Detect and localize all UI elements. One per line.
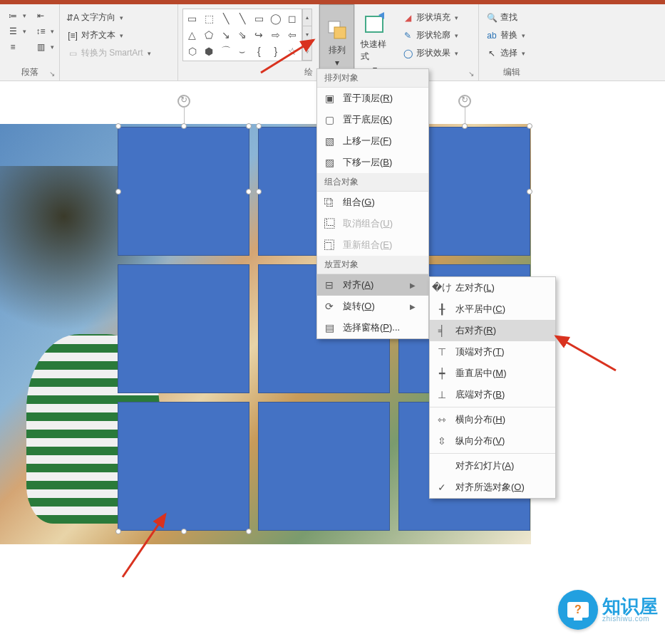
menu-item-align-to-slide[interactable]: 对齐幻灯片(A): [430, 455, 555, 477]
menu-item-align-middle-v[interactable]: ┿ 垂直居中(M): [430, 363, 555, 384]
menu-item-align[interactable]: ⊟ 对齐(A) ▶: [317, 274, 428, 296]
distribute-h-icon: ⇿: [435, 413, 448, 426]
align-left-icon: �け: [435, 281, 448, 294]
menu-item-group[interactable]: ⿻ 组合(G): [317, 192, 428, 213]
svg-rect-1: [334, 27, 346, 38]
select-icon: ↖: [486, 48, 498, 59]
align-bottom-icon: ⊥: [435, 388, 448, 401]
fill-icon: ◢: [402, 12, 413, 24]
menu-header-group-objects: 组合对象: [317, 173, 428, 192]
submenu-arrow-icon: ▶: [410, 303, 416, 311]
bring-front-icon: ▣: [323, 92, 336, 105]
shape-fill-button[interactable]: ◢ 形状填充▾: [399, 10, 461, 25]
group-label-editing: 编辑: [483, 65, 540, 80]
menu-item-align-selected-objects[interactable]: ✓ 对齐所选对象(O): [430, 477, 555, 498]
outline-icon: ✎: [402, 30, 413, 41]
selection-outline: [118, 125, 249, 532]
menu-item-align-top[interactable]: ⊤ 顶端对齐(T): [430, 341, 555, 363]
menu-separator: [430, 453, 555, 454]
justify-button[interactable]: ≡: [4, 40, 29, 54]
svg-rect-2: [366, 16, 383, 32]
text-direction-icon: ⇵A: [67, 12, 78, 24]
distribute-v-icon: ⇳: [435, 435, 448, 447]
menu-item-align-bottom[interactable]: ⊥ 底端对齐(B): [430, 384, 555, 405]
replace-button[interactable]: ab 替换▾: [483, 28, 528, 43]
select-button[interactable]: ↖ 选择▾: [483, 46, 528, 61]
menu-header-position-objects: 放置对象: [317, 256, 428, 274]
regroup-icon: ⿹: [323, 239, 336, 251]
shape-effects-button[interactable]: ◯ 形状效果▾: [399, 46, 461, 61]
columns-button[interactable]: ▥▾: [32, 40, 57, 54]
menu-item-distribute-h[interactable]: ⇿ 横向分布(H): [430, 409, 555, 430]
ribbon-group-text: ⇵A 文字方向▾ [≡] 对齐文本▾ ▭ 转换为 SmartArt▾: [60, 4, 178, 80]
logo-badge-icon: ?: [558, 590, 598, 630]
menu-item-bring-forward[interactable]: ▧ 上移一层(F): [317, 130, 428, 152]
paragraph-dialog-launcher[interactable]: ↘: [47, 68, 57, 78]
align-icon: ⊟: [323, 279, 336, 291]
indent-decrease-button[interactable]: ⇤: [32, 9, 57, 23]
numbering-button[interactable]: ☰▾: [4, 24, 29, 38]
menu-item-rotate[interactable]: ⟳ 旋转(O) ▶: [317, 296, 428, 317]
group-icon: ⿻: [323, 196, 336, 209]
menu-item-align-center-h[interactable]: ╂ 水平居中(C): [430, 298, 555, 320]
convert-smartart-button[interactable]: ▭ 转换为 SmartArt▾: [64, 46, 154, 61]
find-icon: 🔍: [486, 12, 498, 24]
shape-outline-button[interactable]: ✎ 形状轮廓▾: [399, 28, 461, 43]
shapes-gallery-scroll[interactable]: ▴▾▿: [302, 9, 312, 61]
align-right-icon: ╡: [435, 324, 448, 337]
align-middle-icon: ┿: [435, 367, 448, 380]
ribbon-group-shapes: ▭⬚╲╲▭◯◻ △⬠↘⇘↪⇨⇦ ⬡⬢⌒⌣{}☆ ▴▾▿ 绘: [178, 4, 319, 80]
arrange-icon: [324, 17, 350, 43]
smartart-icon: ▭: [67, 48, 78, 59]
line-spacing-button[interactable]: ↕≡▾: [32, 24, 57, 38]
blank-icon: [435, 459, 448, 472]
menu-item-selection-pane[interactable]: ▤ 选择窗格(P)...: [317, 317, 428, 338]
bring-forward-icon: ▧: [323, 135, 336, 147]
menu-item-send-backward[interactable]: ▨ 下移一层(B): [317, 152, 428, 173]
menu-item-distribute-v[interactable]: ⇳ 纵向分布(V): [430, 430, 555, 452]
menu-item-regroup[interactable]: ⿹ 重新组合(E): [317, 234, 428, 256]
rotate-icon: ⟳: [323, 300, 336, 313]
send-back-icon: ▢: [323, 113, 336, 126]
arrange-menu: 排列对象 ▣ 置于顶层(R) ▢ 置于底层(K) ▧ 上移一层(F) ▨ 下移一…: [316, 68, 429, 339]
submenu-arrow-icon: ▶: [410, 281, 416, 289]
group-label-draw: 绘: [182, 65, 314, 80]
menu-header-arrange-objects: 排列对象: [317, 69, 428, 88]
menu-item-ungroup[interactable]: ⿺ 取消组合(U): [317, 213, 428, 234]
rotate-handle-icon[interactable]: [458, 95, 471, 108]
replace-icon: ab: [486, 30, 498, 41]
find-button[interactable]: 🔍 查找: [483, 10, 528, 25]
logo-domain: zhishiwu.com: [602, 616, 658, 623]
logo-brand: 知识屋: [602, 597, 658, 616]
align-top-icon: ⊤: [435, 346, 448, 358]
menu-item-send-to-back[interactable]: ▢ 置于底层(K): [317, 109, 428, 130]
align-submenu: �け 左对齐(L) ╂ 水平居中(C) ╡ 右对齐(R) ⊤ 顶端对齐(T) ┿…: [429, 276, 556, 499]
menu-item-align-left[interactable]: �け 左对齐(L): [430, 277, 555, 298]
align-text-icon: [≡]: [67, 30, 78, 41]
rotate-handle-icon[interactable]: [177, 95, 190, 108]
send-backward-icon: ▨: [323, 156, 336, 169]
effects-icon: ◯: [402, 48, 413, 59]
align-center-h-icon: ╂: [435, 303, 448, 316]
ribbon-group-list-indent: ≔▾ ☰▾ ≡ ⇤ ↕≡▾ ▥▾ 段落 ↘: [0, 4, 60, 80]
ungroup-icon: ⿺: [323, 217, 336, 230]
shapes-gallery[interactable]: ▭⬚╲╲▭◯◻ △⬠↘⇘↪⇨⇦ ⬡⬢⌒⌣{}☆: [182, 9, 302, 61]
menu-item-align-right[interactable]: ╡ 右对齐(R): [430, 320, 555, 341]
text-direction-button[interactable]: ⇵A 文字方向▾: [64, 10, 154, 25]
menu-separator: [430, 407, 555, 407]
selection-pane-icon: ▤: [323, 321, 336, 334]
watermark-logo: ? 知识屋 zhishiwu.com: [558, 590, 658, 630]
menu-item-bring-to-front[interactable]: ▣ 置于顶层(R): [317, 88, 428, 109]
shape-style-dialog-launcher[interactable]: ↘: [466, 68, 476, 78]
align-text-button[interactable]: [≡] 对齐文本▾: [64, 28, 154, 43]
ribbon-group-editing: 🔍 查找 ab 替换▾ ↖ 选择▾ 编辑: [479, 4, 545, 80]
quick-styles-icon: [362, 11, 388, 37]
check-icon: ✓: [435, 481, 448, 494]
bullets-button[interactable]: ≔▾: [4, 9, 29, 23]
